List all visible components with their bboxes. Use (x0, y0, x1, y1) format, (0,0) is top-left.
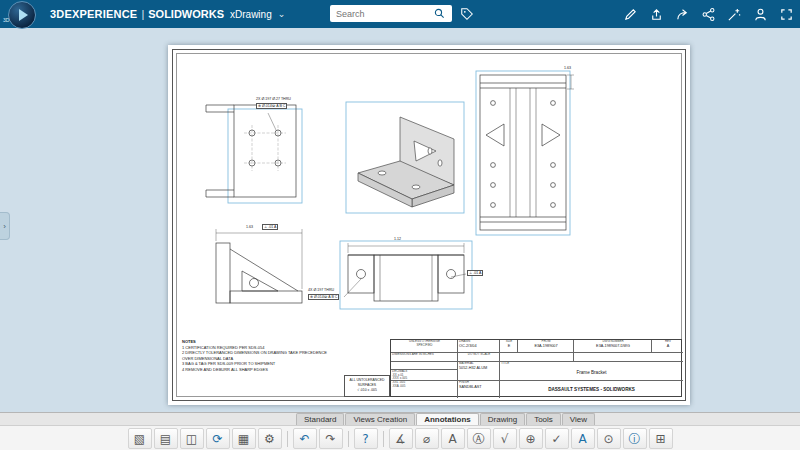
tb-company: DASSAULT SYSTEMES - SOLIDWORKS (500, 381, 683, 398)
tb-dims-inches: DIMENSIONS ARE IN INCHES (391, 353, 457, 357)
info-button[interactable]: ⓘ (623, 428, 647, 449)
top-app-bar: 3D 3DEXPERIENCE | SOLIDWORKS xDrawing ⌄ (0, 0, 800, 28)
balloon-icon: Ⓐ (473, 433, 485, 445)
tab-view[interactable]: View (562, 413, 595, 425)
balloon-button[interactable]: Ⓐ (467, 428, 491, 449)
dim-front-view[interactable]: 1.12 (394, 237, 401, 241)
tab-standard[interactable]: Standard (296, 413, 344, 425)
tab-tools[interactable]: Tools (526, 413, 561, 425)
new-sheet-button[interactable]: ▤ (154, 428, 178, 449)
format-text-button[interactable]: A (571, 428, 595, 449)
tb-size-value: E (500, 344, 517, 348)
panel-expander[interactable]: › (0, 212, 10, 240)
tb-rev-value: A (652, 344, 683, 348)
redo-button[interactable]: ↷ (319, 428, 343, 449)
smart-dimension-icon: ∡ (395, 433, 406, 445)
search-box[interactable] (330, 5, 452, 22)
sheet-format-icon: ▦ (238, 433, 249, 445)
3dexperience-compass-logo[interactable] (8, 1, 36, 29)
logo-caption-top: 3D (3, 17, 9, 23)
callout-hole-top-left[interactable]: 2X Ø.197 Ø.27 THRU (256, 97, 291, 101)
export-button[interactable] (649, 7, 664, 22)
new-sheet-icon: ▤ (160, 433, 171, 445)
view-top-left[interactable] (206, 105, 296, 197)
dim-side-profile[interactable]: 1.63 (246, 225, 253, 229)
undo-button[interactable]: ↶ (293, 428, 317, 449)
tab-drawing[interactable]: Drawing (480, 413, 525, 425)
title-block: UNLESS OTHERWISE SPECIFIED DIMENSIONS AR… (390, 339, 682, 397)
view-box-front[interactable] (340, 241, 472, 309)
table-icon: ⊞ (655, 433, 665, 445)
tab-annotations[interactable]: Annotations (416, 413, 479, 425)
help-icon: ? (362, 433, 368, 445)
sync-icon: ⟳ (212, 433, 222, 445)
spell-check-icon: ✓ (551, 433, 561, 445)
undo-icon: ↶ (299, 433, 309, 445)
forward-arrow-icon (675, 7, 690, 22)
view-front[interactable] (344, 243, 466, 301)
chevron-right-icon: › (3, 222, 6, 231)
export-icon (649, 7, 664, 22)
options-button[interactable]: ⚙ (258, 428, 282, 449)
view-orientation-button[interactable]: ▧ (128, 428, 152, 449)
edit-button[interactable] (623, 7, 638, 22)
fcf-front-left[interactable]: ⊕ Ø.014Ⓜ A B C (308, 294, 339, 300)
tb-specified: SPECIFIED (391, 344, 457, 348)
dim-right-view[interactable]: 1.63 (564, 66, 571, 70)
brand-divider: | (141, 8, 144, 20)
view-box-top-left[interactable] (228, 109, 302, 203)
sheet-format-button[interactable]: ▦ (232, 428, 256, 449)
share-button[interactable] (701, 7, 716, 22)
help-button[interactable]: ? (354, 428, 378, 449)
drawing-sheet[interactable]: 2X Ø.197 Ø.27 THRU ⊕ Ø.014Ⓜ A B C 1.63 1… (168, 45, 690, 405)
diameter-dimension-icon: ⌀ (423, 433, 430, 445)
view-box-right[interactable] (476, 71, 570, 235)
surface-finish-button[interactable]: √ (493, 428, 517, 449)
view-right[interactable] (480, 75, 574, 230)
chevron-down-icon[interactable]: ⌄ (278, 9, 286, 19)
drawing-notes: NOTES 1 CERTIFICATION REQUIRED PER SDS-0… (182, 339, 342, 373)
tab-views-creation[interactable]: Views Creation (345, 413, 415, 425)
tb-material-value: 5052-H32 ALUM (458, 366, 499, 370)
fcf-top-left[interactable]: ⊕ Ø.014Ⓜ A B C (256, 103, 287, 109)
tag-icon (460, 7, 474, 21)
drawing-canvas[interactable]: › (0, 28, 800, 412)
magnify-button[interactable]: ⊙ (597, 428, 621, 449)
save-button[interactable]: ◫ (180, 428, 204, 449)
spell-check-button[interactable]: ✓ (545, 428, 569, 449)
diameter-dimension-button[interactable]: ⌀ (415, 428, 439, 449)
module-name[interactable]: xDrawing (230, 9, 272, 20)
tb-from-value: E3A-1989007 (518, 344, 573, 348)
format-text-icon: A (578, 433, 586, 445)
save-icon: ◫ (186, 433, 197, 445)
search-input[interactable] (334, 8, 434, 20)
forward-button[interactable] (675, 7, 690, 22)
sync-button[interactable]: ⟳ (206, 428, 230, 449)
fcf-front-right[interactable]: ⊥ .01 A (467, 270, 483, 276)
surface-finish-icon: √ (501, 433, 509, 445)
general-table-button[interactable]: ⊞ (649, 428, 673, 449)
share-network-icon (701, 7, 716, 22)
search-icon[interactable] (434, 8, 445, 19)
tb-title-label: TITLE (500, 362, 683, 366)
view-isometric[interactable] (358, 117, 454, 207)
app-title: 3DEXPERIENCE | SOLIDWORKS xDrawing ⌄ (50, 0, 285, 28)
note-button[interactable]: A (441, 428, 465, 449)
note-icon: A (448, 433, 456, 445)
tolerance-line: √ .010 ± .005 (345, 388, 389, 393)
geometric-tolerance-icon: ⊕ (525, 433, 535, 445)
geometric-tolerance-button[interactable]: ⊕ (519, 428, 543, 449)
user-button[interactable] (753, 7, 768, 22)
fullscreen-button[interactable] (779, 7, 794, 22)
magnifier-icon: ⊙ (603, 433, 613, 445)
bottom-toolbar: ▧ ▤ ◫ ⟳ ▦ ⚙ ↶ ↷ ? ∡ ⌀ A Ⓐ √ ⊕ ✓ A ⊙ ⓘ ⊞ (0, 425, 800, 450)
view-side-profile[interactable] (216, 229, 302, 303)
assistant-button[interactable] (727, 7, 742, 22)
callout-front-holes[interactable]: 4X Ø.197 THRU (308, 288, 334, 292)
brand-text: 3DEXPERIENCE (50, 8, 137, 20)
info-icon: ⓘ (629, 433, 641, 445)
app-name: SOLIDWORKS (148, 8, 224, 20)
tag-button[interactable] (460, 7, 474, 21)
fcf-side-profile[interactable]: ⊥ .01 A (262, 224, 278, 230)
smart-dimension-button[interactable]: ∡ (389, 428, 413, 449)
